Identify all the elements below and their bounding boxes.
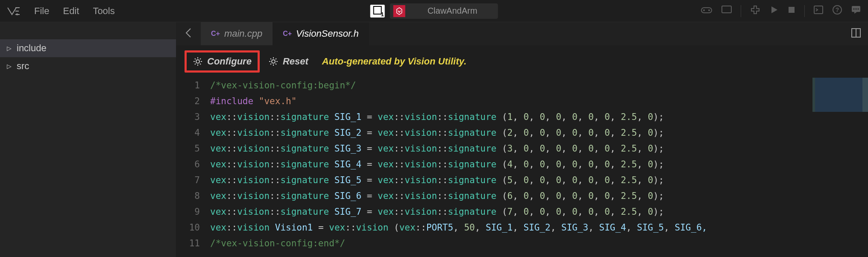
code-line[interactable]: vex::vision::signature SIG_2 = vex::visi… — [210, 125, 868, 141]
svg-point-4 — [708, 9, 710, 11]
line-number: 9 — [176, 204, 200, 220]
code-line[interactable]: vex::vision::signature SIG_7 = vex::visi… — [210, 204, 868, 220]
line-number: 3 — [176, 109, 200, 125]
tab-label: main.cpp — [224, 28, 262, 39]
screen-icon[interactable] — [721, 5, 732, 17]
line-number: 11 — [176, 236, 200, 251]
line-number: 6 — [176, 157, 200, 172]
line-number: 2 — [176, 93, 200, 109]
svg-rect-1 — [374, 6, 381, 14]
menu-file[interactable]: File — [34, 6, 49, 17]
code-line[interactable]: /*vex-vision-config:end*/ — [210, 236, 868, 251]
cpp-icon: C+ — [283, 30, 292, 38]
run-icon[interactable] — [769, 5, 779, 17]
cpp-icon: C+ — [211, 30, 220, 38]
configure-button[interactable]: Configure — [185, 50, 260, 73]
tab-main-cpp[interactable]: C+main.cpp — [201, 22, 273, 45]
file-explorer: ▷include▷src — [0, 22, 176, 257]
code-line[interactable]: vex::vision::signature SIG_3 = vex::visi… — [210, 141, 868, 157]
autogen-notice: Auto-generated by Vision Utility. — [322, 56, 466, 67]
code-line[interactable]: vex::vision::signature SIG_6 = vex::visi… — [210, 188, 868, 204]
svg-rect-7 — [814, 6, 823, 14]
code-line[interactable]: vex::vision::signature SIG_4 = vex::visi… — [210, 157, 868, 172]
svg-text:5: 5 — [16, 12, 18, 16]
stop-icon[interactable] — [787, 6, 796, 16]
toolbar-divider — [804, 5, 805, 17]
toolbar-divider — [741, 5, 741, 17]
slot-indicator[interactable]: 1 — [370, 5, 385, 18]
svg-point-13 — [858, 9, 859, 10]
split-editor-icon[interactable] — [844, 28, 868, 40]
tab-VisionSensor-h[interactable]: C+VisionSensor.h — [273, 22, 369, 45]
chevron-right-icon: ▷ — [7, 63, 12, 70]
svg-rect-5 — [722, 6, 731, 13]
tab-bar: C+main.cppC+VisionSensor.h — [176, 22, 868, 45]
line-number: 10 — [176, 220, 200, 236]
back-button[interactable] — [176, 27, 201, 41]
reset-button[interactable]: Reset — [268, 56, 308, 67]
gear-icon — [268, 56, 279, 67]
code-line[interactable]: vex::vision::signature SIG_1 = vex::visi… — [210, 109, 868, 125]
line-number: 1 — [176, 78, 200, 93]
feedback-icon[interactable] — [851, 5, 861, 17]
code-line[interactable]: #include "vex.h" — [210, 93, 868, 109]
vex-logo-icon — [393, 5, 405, 17]
code-line[interactable]: vex::vision Vision1 = vex::vision (vex::… — [210, 220, 868, 236]
reset-label: Reset — [283, 56, 308, 67]
line-number: 7 — [176, 172, 200, 188]
line-number: 8 — [176, 188, 200, 204]
help-icon[interactable]: ? — [832, 5, 842, 17]
svg-rect-6 — [789, 7, 795, 13]
tab-label: VisionSensor.h — [296, 28, 359, 39]
gear-icon — [193, 56, 203, 67]
tree-item-label: include — [17, 43, 47, 54]
project-selector[interactable]: ClawAndArm — [390, 3, 498, 19]
app-logo: 5 — [7, 6, 21, 16]
code-line[interactable]: vex::vision::signature SIG_5 = vex::visi… — [210, 172, 868, 188]
line-number: 4 — [176, 125, 200, 141]
line-number: 5 — [176, 141, 200, 157]
project-name: ClawAndArm — [411, 6, 495, 16]
terminal-icon[interactable] — [813, 5, 824, 17]
chevron-right-icon: ▷ — [7, 45, 12, 52]
action-bar: Configure Reset Auto-generated by Vision… — [176, 45, 868, 78]
minimap[interactable] — [812, 78, 868, 112]
build-icon[interactable] — [750, 4, 761, 18]
menu-edit[interactable]: Edit — [63, 6, 79, 17]
svg-point-3 — [703, 9, 705, 11]
controller-icon[interactable] — [701, 5, 713, 17]
configure-label: Configure — [207, 56, 252, 67]
svg-rect-2 — [701, 8, 712, 13]
svg-text:?: ? — [836, 6, 839, 13]
editor-area: C+main.cppC+VisionSensor.h Configure Res… — [176, 22, 868, 257]
svg-point-12 — [856, 9, 857, 10]
tree-item-include[interactable]: ▷include — [0, 39, 176, 57]
tree-item-src[interactable]: ▷src — [0, 57, 176, 75]
menu-tools[interactable]: Tools — [93, 6, 114, 17]
tree-item-label: src — [17, 61, 29, 72]
code-line[interactable]: /*vex-vision-config:begin*/ — [210, 78, 868, 93]
svg-point-11 — [853, 9, 855, 10]
code-editor[interactable]: 1234567891011 /*vex-vision-config:begin*… — [176, 78, 868, 257]
top-bar: 5 File Edit Tools 1 ClawAndArm ? — [0, 0, 868, 22]
